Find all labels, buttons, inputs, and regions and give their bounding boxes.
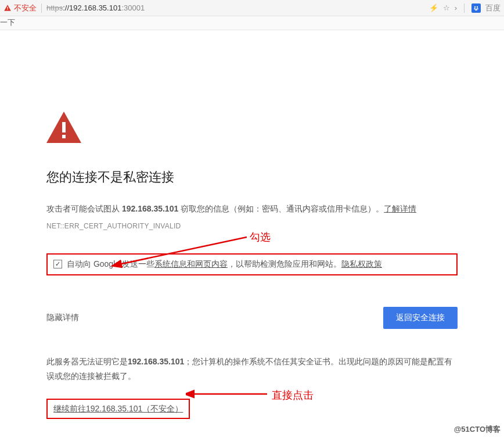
- address-bar: 不安全 https://192.168.35.101:30001 ⚡ ☆ › 百…: [0, 0, 504, 16]
- star-icon[interactable]: ☆: [443, 3, 450, 12]
- url-port: :30001: [121, 3, 145, 12]
- report-checkbox[interactable]: ✓: [53, 260, 62, 268]
- baidu-icon[interactable]: [471, 3, 481, 13]
- big-warning-icon: [46, 112, 458, 145]
- bar-right: ⚡ ☆ › 百度: [429, 3, 501, 13]
- insecure-label: 不安全: [14, 3, 37, 13]
- chevron-icon[interactable]: ›: [455, 3, 457, 12]
- server-note: 此服务器无法证明它是192.168.35.101；您计算机的操作系统不信任其安全…: [46, 354, 458, 384]
- report-checkbox-row: ✓ 自动向 Google 发送一些系统信息和网页内容，以帮助检测危险应用和网站。…: [46, 253, 458, 275]
- chk-pre: 自动向 Google 发送一些: [67, 259, 154, 268]
- chk-underlined: 系统信息和网页内容: [154, 259, 228, 268]
- desc-post: 窃取您的信息（例如：密码、通讯内容或信用卡信息）。: [178, 204, 384, 213]
- url[interactable]: https://192.168.35.101:30001: [46, 3, 429, 12]
- svg-point-4: [474, 8, 475, 9]
- page-title: 您的连接不是私密连接: [46, 169, 458, 186]
- svg-rect-6: [62, 122, 66, 132]
- search-provider-label[interactable]: 百度: [485, 3, 501, 13]
- url-host: ://192.168.35.101: [63, 3, 121, 12]
- watermark: @51CTO博客: [454, 424, 501, 435]
- warning-description: 攻击者可能会试图从 192.168.35.101 窃取您的信息（例如：密码、通讯…: [46, 202, 458, 216]
- desc-pre: 攻击者可能会试图从: [46, 204, 122, 213]
- divider: [41, 3, 42, 13]
- srv-pre: 此服务器无法证明它是: [46, 357, 128, 366]
- insecure-badge: 不安全: [3, 3, 37, 13]
- tab-strip: 一下: [0, 16, 504, 30]
- tab-text: 一下: [0, 18, 15, 27]
- privacy-link[interactable]: 隐私权政策: [341, 259, 382, 268]
- srv-ip: 192.168.35.101: [128, 357, 184, 366]
- back-to-safety-button[interactable]: 返回安全连接: [383, 307, 458, 329]
- error-code: NET::ERR_CERT_AUTHORITY_INVALID: [46, 222, 458, 230]
- warning-triangle-icon: [3, 4, 12, 12]
- svg-point-3: [477, 6, 478, 7]
- svg-rect-0: [7, 6, 8, 9]
- lightning-icon[interactable]: ⚡: [429, 3, 438, 12]
- error-page: 您的连接不是私密连接 攻击者可能会试图从 192.168.35.101 窃取您的…: [0, 30, 504, 419]
- chk-mid: ，以帮助检测危险应用和网站。: [228, 259, 341, 268]
- proceed-highlight: 继续前往192.168.35.101（不安全）: [46, 399, 190, 419]
- checkbox-label: 自动向 Google 发送一些系统信息和网页内容，以帮助检测危险应用和网站。隐私…: [67, 259, 382, 270]
- svg-rect-1: [7, 9, 8, 9]
- url-protocol: https: [46, 3, 63, 12]
- proceed-link[interactable]: 继续前往192.168.35.101（不安全）: [53, 404, 183, 413]
- svg-point-5: [477, 8, 478, 9]
- hide-details-link[interactable]: 隐藏详情: [46, 313, 79, 323]
- divider: [464, 3, 465, 13]
- action-row: 隐藏详情 返回安全连接: [46, 307, 458, 329]
- learn-more-link[interactable]: 了解详情: [384, 204, 416, 213]
- svg-rect-7: [62, 135, 66, 138]
- svg-point-2: [474, 6, 476, 7]
- desc-ip: 192.168.35.101: [122, 204, 178, 213]
